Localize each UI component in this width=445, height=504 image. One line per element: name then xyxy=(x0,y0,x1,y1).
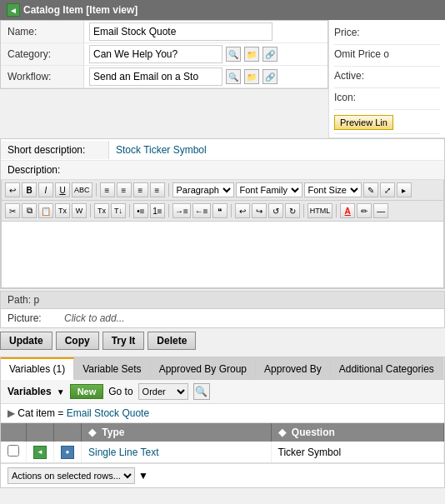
active-label: Active: xyxy=(334,70,364,82)
picture-link[interactable]: Click to add... xyxy=(64,312,125,324)
category-search-icon[interactable]: 🔍 xyxy=(226,47,241,62)
toolbar-edit-icon[interactable]: ✎ xyxy=(363,182,378,197)
tab-variable-sets[interactable]: Variable Sets xyxy=(74,357,150,379)
title-icon: ◄ xyxy=(7,3,20,17)
toolbar-font-color-btn[interactable]: A xyxy=(340,203,355,218)
right-panel: Price: Omit Price o Active: Icon: Previe… xyxy=(328,20,445,138)
vars-link[interactable]: Email Stock Quote xyxy=(67,407,149,419)
toolbar-format2-icon[interactable]: T↓ xyxy=(111,203,126,218)
variables-search-icon[interactable]: 🔍 xyxy=(193,383,210,400)
category-clear-icon[interactable]: 🔗 xyxy=(262,47,278,62)
toolbar-paste-icon[interactable]: 📋 xyxy=(38,203,53,218)
workflow-browse-icon[interactable]: 📁 xyxy=(244,69,259,84)
tabs-row: Variables (1) Variable Sets Approved By … xyxy=(1,357,444,380)
toolbar-redo2-icon[interactable]: ↻ xyxy=(285,203,300,218)
th-question: ◆ Question xyxy=(271,423,444,442)
variables-label: Variables xyxy=(8,386,52,397)
category-row: Category: 🔍 📁 🔗 xyxy=(1,43,328,66)
workflow-search-icon[interactable]: 🔍 xyxy=(226,69,241,84)
type-link[interactable]: Single Line Text xyxy=(88,447,159,458)
variables-link-row: ▶ Cat item = Email Stock Quote xyxy=(1,404,444,423)
toolbar-html-btn[interactable]: HTML xyxy=(308,203,333,218)
variables-toolbar: Variables ▼ New Go to Order Catalog 🔍 xyxy=(1,380,444,404)
left-panel: Name: Category: 🔍 📁 🔗 Workflow: 🔍 xyxy=(0,20,328,138)
path-label: Path: xyxy=(8,294,31,306)
icon-label: Icon: xyxy=(334,92,356,103)
toolbar-sep-3 xyxy=(90,204,91,217)
editor-toolbar-1: ↩ B I U ABC ≡ ≡ ≡ ≡ Paragraph Font Famil… xyxy=(1,180,444,201)
title-text: Catalog Item [Item view] xyxy=(23,4,138,16)
toolbar-redo-icon[interactable]: ↪ xyxy=(252,203,267,218)
tab-approved-by[interactable]: Approved By xyxy=(256,357,331,379)
toolbar-copy-icon[interactable]: ⧉ xyxy=(22,203,37,218)
toolbar-align-center-btn[interactable]: ≡ xyxy=(117,182,132,197)
toolbar-cut-icon[interactable]: ✂ xyxy=(5,203,20,218)
workflow-clear-icon[interactable]: 🔗 xyxy=(262,69,278,84)
price-row: Price: xyxy=(334,23,440,45)
category-browse-icon[interactable]: 📁 xyxy=(244,47,259,62)
short-desc-value: Stock Ticker Symbol xyxy=(109,141,213,159)
category-label: Category: xyxy=(1,43,84,65)
variables-arrow-icon: ▼ xyxy=(57,387,65,397)
row-icon1-cell: ◄ xyxy=(27,442,54,463)
tab-additional-categories[interactable]: Additional Categories xyxy=(331,357,443,379)
toolbar-paste-text-icon[interactable]: Tx xyxy=(55,203,70,218)
omit-row: Omit Price o xyxy=(334,45,440,67)
bottom-row: Actions on selected rows... ▼ xyxy=(1,463,444,487)
short-desc-label: Short description: xyxy=(1,141,109,159)
toolbar-num-list-icon[interactable]: 1≡ xyxy=(150,203,165,218)
toolbar-more-icon[interactable]: ▸ xyxy=(397,182,412,197)
toolbar-format-clear-icon[interactable]: Tx xyxy=(94,203,109,218)
toolbar-sep-5 xyxy=(168,204,169,217)
toolbar-align-right-btn[interactable]: ≡ xyxy=(133,182,148,197)
desc-label: Description: xyxy=(1,161,444,180)
preview-row: Preview Lin xyxy=(334,110,440,134)
new-variable-button[interactable]: New xyxy=(70,384,104,399)
toolbar-undo-icon[interactable]: ↩ xyxy=(5,182,20,197)
update-button[interactable]: Update xyxy=(0,332,52,350)
toolbar-sep-6 xyxy=(231,204,232,217)
copy-button[interactable]: Copy xyxy=(56,332,99,350)
toolbar-underline-btn[interactable]: U xyxy=(55,182,70,197)
workflow-row: Workflow: 🔍 📁 🔗 xyxy=(1,66,328,88)
toolbar-paste-word-icon[interactable]: W xyxy=(72,203,87,218)
editor-body[interactable] xyxy=(1,222,444,288)
price-label: Price: xyxy=(334,27,360,38)
toolbar-indent-btn[interactable]: →≡ xyxy=(172,203,191,218)
row-blue-icon: ● xyxy=(61,446,74,459)
workflow-input[interactable] xyxy=(89,67,222,86)
toolbar-bullet-list-icon[interactable]: •≡ xyxy=(133,203,148,218)
toolbar-expand-icon[interactable]: ⤢ xyxy=(380,182,395,197)
toolbar-bg-color-btn[interactable]: ✏ xyxy=(357,203,372,218)
name-input[interactable] xyxy=(89,22,272,41)
toolbar-undo2-icon[interactable]: ↩ xyxy=(235,203,250,218)
toolbar-align-justify-btn[interactable]: ≡ xyxy=(150,182,165,197)
actions-select[interactable]: Actions on selected rows... xyxy=(8,467,135,484)
try-it-button[interactable]: Try It xyxy=(102,332,145,350)
th-checkbox xyxy=(1,423,27,442)
path-value: p xyxy=(33,294,39,306)
font-size-select[interactable]: Font Size xyxy=(304,182,362,197)
tab-variables[interactable]: Variables (1) xyxy=(1,357,74,380)
toolbar-bold-btn[interactable]: B xyxy=(22,182,37,197)
toolbar-sep-2 xyxy=(168,183,169,197)
toolbar-align-left-btn[interactable]: ≡ xyxy=(100,182,115,197)
goto-select[interactable]: Order Catalog xyxy=(138,383,188,400)
category-input[interactable] xyxy=(89,45,222,63)
font-family-select[interactable]: Font Family xyxy=(236,182,302,197)
toolbar-outdent-btn[interactable]: ←≡ xyxy=(192,203,211,218)
toolbar-abc-btn[interactable]: ABC xyxy=(72,182,92,197)
toolbar-italic-btn[interactable]: I xyxy=(38,182,53,197)
toolbar-undo3-icon[interactable]: ↺ xyxy=(268,203,283,218)
toolbar-hr-btn[interactable]: — xyxy=(373,203,388,218)
preview-button[interactable]: Preview Lin xyxy=(334,115,393,130)
tab-approved-by-group[interactable]: Approved By Group xyxy=(151,357,256,379)
paragraph-select[interactable]: Paragraph xyxy=(172,182,234,197)
category-field: 🔍 📁 🔗 xyxy=(84,43,328,65)
workflow-label: Workflow: xyxy=(1,66,84,87)
row-checkbox[interactable] xyxy=(8,445,19,457)
actions-arrow-icon: ▼ xyxy=(138,470,148,482)
toolbar-blockquote-btn[interactable]: ❝ xyxy=(212,203,228,218)
delete-button[interactable]: Delete xyxy=(148,332,196,350)
row-type-cell: Single Line Text xyxy=(82,442,272,463)
